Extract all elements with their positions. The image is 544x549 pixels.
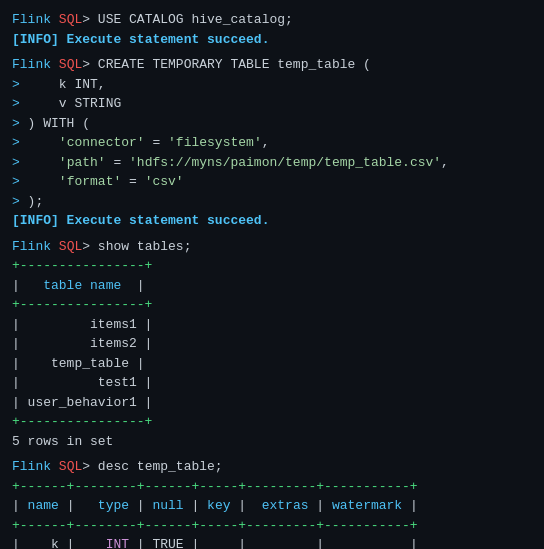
line-info-2: [INFO] Execute statement succeed. (12, 211, 532, 231)
line-create-8: > ); (12, 192, 532, 212)
line-use-catalog: Flink SQL> USE CATALOG hive_catalog; (12, 10, 532, 30)
line-create-5: > 'connector' = 'filesystem', (12, 133, 532, 153)
line-desc-header: | name | type | null | key | extras | wa… (12, 496, 532, 516)
line-show-tables: Flink SQL> show tables; (12, 237, 532, 257)
line-info-1: [INFO] Execute statement succeed. (12, 30, 532, 50)
line-tb-3: +----------------+ (12, 412, 532, 432)
line-create-7: > 'format' = 'csv' (12, 172, 532, 192)
line-row-items2: | items2 | (12, 334, 532, 354)
line-row-items1: | items1 | (12, 315, 532, 335)
line-desc-row-k: | k | INT | TRUE | | | | (12, 535, 532, 549)
line-desc-tb-2: +------+--------+------+-----+---------+… (12, 516, 532, 536)
line-tb-1: +----------------+ (12, 256, 532, 276)
line-row-user-behavior1: | user_behavior1 | (12, 393, 532, 413)
line-desc: Flink SQL> desc temp_table; (12, 457, 532, 477)
line-create-2: > k INT, (12, 75, 532, 95)
line-desc-tb-1: +------+--------+------+-----+---------+… (12, 477, 532, 497)
line-create-1: Flink SQL> CREATE TEMPORARY TABLE temp_t… (12, 55, 532, 75)
line-tb-2: +----------------+ (12, 295, 532, 315)
line-create-6: > 'path' = 'hdfs://myns/paimon/temp/temp… (12, 153, 532, 173)
line-result-1: 5 rows in set (12, 432, 532, 452)
line-row-test1: | test1 | (12, 373, 532, 393)
line-create-3: > v STRING (12, 94, 532, 114)
line-row-temp-table: | temp_table | (12, 354, 532, 374)
line-create-4: > ) WITH ( (12, 114, 532, 134)
line-th-1: | table name | (12, 276, 532, 296)
terminal: Flink SQL> USE CATALOG hive_catalog; [IN… (12, 10, 532, 549)
